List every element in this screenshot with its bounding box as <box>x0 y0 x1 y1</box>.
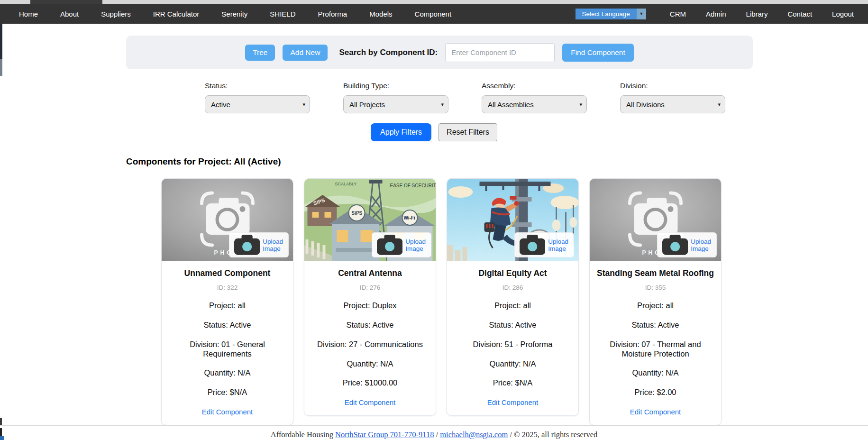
component-cards-row: PHOTO Upload Image Unnamed Component ID:… <box>161 178 722 425</box>
svg-text:SCALABLY: SCALABLY <box>335 182 357 186</box>
nav-item-suppliers[interactable]: Suppliers <box>101 10 131 18</box>
nav-item-library[interactable]: Library <box>746 10 768 18</box>
component-price: Price: $N/A <box>453 378 572 388</box>
nav-item-shield[interactable]: SHIELD <box>270 10 295 18</box>
nav-item-logout[interactable]: Logout <box>832 10 854 18</box>
component-division: Division: 51 - Proforma <box>453 340 572 349</box>
component-project: Project: all <box>596 301 715 311</box>
card-body: Digital Equity Act ID: 286 Project: all … <box>447 261 578 415</box>
card-body: Central Antenna ID: 276 Project: Duplex … <box>304 261 436 415</box>
left-edge-artifact <box>0 428 2 436</box>
upload-image-button[interactable]: Upload Image <box>229 232 289 257</box>
nav-item-models[interactable]: Models <box>369 10 392 18</box>
tree-button[interactable]: Tree <box>245 45 275 61</box>
nav-item-proforma[interactable]: Proforma <box>318 10 347 18</box>
component-title: Unnamed Component <box>168 268 287 278</box>
footer-copyright: / © 2025, all rights reserved <box>508 430 597 439</box>
camera-icon <box>377 235 402 255</box>
components-heading: Components for Project: All (Active) <box>126 156 281 167</box>
component-status: Status: Active <box>596 321 715 330</box>
left-edge-artifact <box>0 436 4 440</box>
left-edge-artifact <box>0 24 2 59</box>
upload-image-button[interactable]: Upload Image <box>514 232 574 257</box>
component-quantity: Quantity: N/A <box>311 359 429 369</box>
component-quantity: Quantity: N/A <box>596 368 715 378</box>
language-selector-label: Select Language <box>576 9 637 19</box>
upload-image-button[interactable]: Upload Image <box>372 232 431 257</box>
svg-text:SiPS: SiPS <box>352 211 363 216</box>
status-select[interactable]: Active <box>205 95 310 113</box>
building-type-select[interactable]: All Projects <box>343 95 448 113</box>
assembly-select[interactable]: All Assemblies <box>482 95 587 113</box>
component-quantity: Quantity: N/A <box>168 368 287 378</box>
upload-image-label: Upload Image <box>548 238 569 252</box>
status-label: Status: <box>205 82 310 90</box>
division-select[interactable]: All Divisions <box>620 95 725 113</box>
component-card: Upload Image Digital Equity Act ID: 286 … <box>447 178 579 416</box>
filter-status: Status: Active ▾ <box>205 82 310 113</box>
component-price: Price: $2.00 <box>596 388 715 397</box>
svg-text:Wi-Fi: Wi-Fi <box>404 215 416 220</box>
upload-image-label: Upload Image <box>691 238 712 252</box>
building-type-label: Building Type: <box>343 82 448 90</box>
search-by-id-label: Search by Component ID: <box>339 48 438 57</box>
main-navbar: Home About Suppliers IRR Calculator Sere… <box>0 4 868 24</box>
card-body: Unnamed Component ID: 322 Project: all S… <box>162 261 293 425</box>
component-division: Division: 27 - Communications <box>311 340 429 349</box>
chevron-down-icon: ▼ <box>637 9 646 19</box>
apply-filters-button[interactable]: Apply Filters <box>371 123 431 141</box>
nav-item-about[interactable]: About <box>60 10 79 18</box>
nav-item-contact[interactable]: Contact <box>787 10 812 18</box>
nav-item-crm[interactable]: CRM <box>670 10 686 18</box>
component-card: SIPS SiPS Wi-Fi SCALABLY <box>304 178 436 416</box>
edit-component-link[interactable]: Edit Component <box>630 408 681 416</box>
footer-phone-link[interactable]: NorthStar Group 701-770-9118 <box>335 430 434 439</box>
component-price: Price: $1000.00 <box>311 378 429 388</box>
upload-image-button[interactable]: Upload Image <box>657 232 717 257</box>
component-card: PHOTO Upload Image Standing Seam Metal R… <box>589 178 722 425</box>
component-division: Division: 01 - General Requirements <box>168 340 287 359</box>
nav-item-admin[interactable]: Admin <box>706 10 726 18</box>
component-id-input[interactable] <box>445 43 555 62</box>
division-label: Division: <box>620 82 725 90</box>
camera-icon <box>234 235 260 255</box>
top-strip-dark-segment <box>30 0 102 4</box>
edit-component-link[interactable]: Edit Component <box>345 398 396 406</box>
page-footer: Affordable Housing NorthStar Group 701-7… <box>0 425 868 440</box>
component-id: ID: 276 <box>311 284 429 291</box>
component-status: Status: Active <box>168 321 287 330</box>
nav-left-group: Home About Suppliers IRR Calculator Sere… <box>19 10 451 18</box>
camera-icon <box>662 235 688 255</box>
component-status: Status: Active <box>311 321 429 330</box>
filter-assembly: Assembly: All Assemblies ▾ <box>482 82 587 113</box>
nav-item-home[interactable]: Home <box>19 10 38 18</box>
footer-separator: / <box>434 430 440 439</box>
footer-email-link[interactable]: michaelh@nsgia.com <box>440 430 508 439</box>
top-window-strip <box>0 0 868 4</box>
edit-component-link[interactable]: Edit Component <box>202 408 253 416</box>
component-project: Project: all <box>168 301 287 311</box>
component-project: Project: all <box>453 301 572 311</box>
reset-filters-button[interactable]: Reset Filters <box>439 123 497 141</box>
edit-component-link[interactable]: Edit Component <box>487 398 539 406</box>
component-image: PHOTO Upload Image <box>590 179 721 261</box>
add-new-button[interactable]: Add New <box>283 45 328 61</box>
svg-text:EASE OF SCECURITY: EASE OF SCECURITY <box>390 183 436 188</box>
upload-image-label: Upload Image <box>405 238 426 252</box>
nav-right-group: Select Language ▼ CRM Admin Library Cont… <box>576 9 854 19</box>
component-id: ID: 355 <box>596 284 715 291</box>
filter-building-type: Building Type: All Projects ▾ <box>343 82 448 113</box>
component-search-panel: Tree Add New Search by Component ID: Fin… <box>126 36 753 69</box>
component-division: Division: 07 - Thermal and Moisture Prot… <box>596 340 715 359</box>
nav-item-serenity[interactable]: Serenity <box>221 10 247 18</box>
component-id: ID: 286 <box>453 284 572 291</box>
filter-division: Division: All Divisions ▾ <box>620 82 725 113</box>
nav-item-irr-calculator[interactable]: IRR Calculator <box>153 10 200 18</box>
component-id: ID: 322 <box>168 284 287 291</box>
find-component-button[interactable]: Find Component <box>562 44 634 62</box>
language-selector[interactable]: Select Language ▼ <box>576 9 646 19</box>
component-image: SIPS SiPS Wi-Fi SCALABLY <box>304 179 436 261</box>
component-status: Status: Active <box>453 321 572 330</box>
component-quantity: Quantity: N/A <box>453 359 572 369</box>
nav-item-component[interactable]: Component <box>415 10 452 18</box>
